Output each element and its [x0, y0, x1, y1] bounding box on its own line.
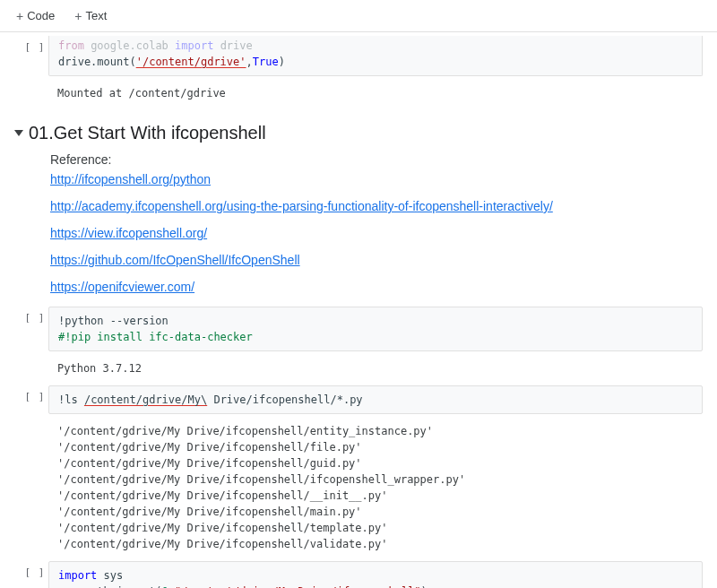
code-cell[interactable]: [ ] !ls /content/gdrive/My\ Drive/ifcope… — [22, 385, 717, 414]
plus-icon: + — [74, 10, 82, 22]
link-view[interactable]: https://view.ifcopenshell.org/ — [50, 226, 207, 240]
section-header[interactable]: 01.Get Start With ifcopenshell — [14, 123, 717, 143]
cell-output-row: '/content/gdrive/My Drive/ifcopenshell/e… — [22, 418, 717, 558]
reference-links: http://ifcopenshell.org/python http://ac… — [50, 172, 717, 294]
cell-output: Python 3.7.12 — [48, 355, 703, 382]
link-academy[interactable]: http://academy.ifcopenshell.org/using-th… — [50, 199, 553, 213]
code-cell[interactable]: [ ] from google.colab import drive drive… — [22, 36, 717, 76]
output-gutter — [22, 418, 48, 558]
link-github[interactable]: https://github.com/IfcOpenShell/IfcOpenS… — [50, 253, 300, 267]
code-editor[interactable]: from google.colab import drive drive.mou… — [48, 36, 703, 76]
run-button[interactable]: [ ] — [22, 385, 48, 414]
add-text-label: Text — [85, 9, 107, 22]
cell-output-row: Python 3.7.12 — [22, 355, 717, 382]
run-button[interactable]: [ ] — [22, 307, 48, 351]
collapse-icon[interactable] — [14, 130, 23, 136]
notebook-toolbar: + Code + Text — [0, 0, 717, 32]
output-gutter — [22, 80, 48, 107]
section-title: 01.Get Start With ifcopenshell — [29, 123, 266, 143]
run-button[interactable]: [ ] — [22, 36, 48, 76]
code-editor[interactable]: import sys sys.path.insert(0,"/content/d… — [48, 561, 703, 588]
code-editor[interactable]: !ls /content/gdrive/My\ Drive/ifcopenshe… — [48, 385, 703, 414]
code-cell[interactable]: [ ] import sys sys.path.insert(0,"/conte… — [22, 561, 717, 588]
text-reference-label: Reference: — [50, 152, 717, 167]
code-editor[interactable]: !python --version #!pip install ifc-data… — [48, 307, 703, 351]
notebook-body: [ ] from google.colab import drive drive… — [0, 36, 717, 588]
link-openifcviewer[interactable]: https://openifcviewer.com/ — [50, 280, 194, 294]
cell-output: '/content/gdrive/My Drive/ifcopenshell/e… — [48, 418, 703, 558]
add-text-button[interactable]: + Text — [65, 5, 116, 26]
cell-output: Mounted at /content/gdrive — [48, 80, 703, 107]
link-ifcopenshell-python[interactable]: http://ifcopenshell.org/python — [50, 172, 211, 186]
add-code-label: Code — [27, 9, 55, 22]
output-gutter — [22, 355, 48, 382]
plus-icon: + — [16, 10, 23, 22]
run-button[interactable]: [ ] — [22, 561, 48, 588]
cell-output-row: Mounted at /content/gdrive — [22, 80, 717, 107]
add-code-button[interactable]: + Code — [7, 5, 64, 26]
code-cell[interactable]: [ ] !python --version #!pip install ifc-… — [22, 307, 717, 351]
